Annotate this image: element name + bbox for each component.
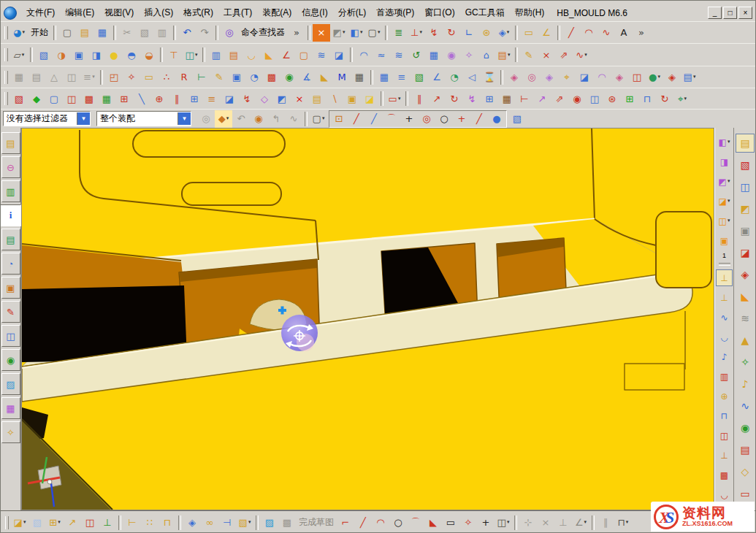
line-width-button[interactable]: ╲ [133, 90, 150, 107]
insert-auxiliary-button[interactable]: ♪ [736, 375, 755, 394]
snap-arc-center-button[interactable]: + [400, 110, 418, 128]
spline-curve-button[interactable]: ∿ [597, 24, 615, 42]
solid-red-cube-button[interactable]: ▧ [10, 90, 28, 107]
point-list-check-button[interactable]: ∴ [158, 69, 175, 86]
extrude-button[interactable]: ▧ [35, 46, 53, 64]
shaded-display-button[interactable]: ◧▾ [348, 24, 365, 42]
runner-path-button[interactable]: ∿ [716, 309, 733, 326]
slider-lifter-button[interactable]: ✧ [736, 353, 755, 372]
bounded-plane-button[interactable]: ▤▾ [495, 46, 513, 64]
studio-surface-button[interactable]: ⌂ [478, 46, 495, 64]
block-button[interactable]: ▣ [70, 46, 88, 64]
explode-assembly-button[interactable]: ◪▾ [11, 514, 28, 532]
deviation-gauge-button[interactable]: ✧ [123, 69, 140, 86]
clock-check-button[interactable]: ◔ [446, 69, 463, 86]
snap-existing-point-button[interactable]: ○ [435, 110, 453, 128]
pen-move-button[interactable]: ⇗ [551, 90, 568, 107]
suppress-component-button[interactable]: ⊓ [159, 514, 176, 532]
move-to-layer-button[interactable]: ◪ [221, 90, 238, 107]
save-file-button[interactable]: ▦ [93, 24, 111, 42]
menu-information[interactable]: 信息(I) [297, 5, 332, 20]
text-lines-button[interactable]: ≡ [393, 69, 411, 86]
styled-sweep-button[interactable]: ▦ [425, 46, 443, 64]
menu-format[interactable]: 格式(R) [178, 5, 218, 20]
stop-at-intersection-button[interactable]: ⊓▾ [614, 514, 632, 532]
face-analysis-button[interactable]: ◈ [505, 69, 523, 86]
assembly-navigator-tab[interactable]: ▤ [1, 132, 20, 154]
point-arrow-button[interactable]: ↗ [533, 90, 551, 107]
reset-orientation-button[interactable]: × [313, 24, 330, 42]
color-pencil-tab[interactable]: ✎ [1, 301, 20, 323]
menu-help[interactable]: 帮助(H) [510, 5, 550, 20]
scale-measure-button[interactable]: ⌖▾ [673, 90, 691, 107]
menu-edit[interactable]: 编辑(E) [60, 5, 99, 20]
move-object-button[interactable]: ▭▾ [386, 90, 403, 107]
scenario-tab[interactable]: ◫ [1, 325, 20, 347]
minimize-button[interactable]: _ [708, 7, 722, 19]
overflow-2-button[interactable]: » [633, 24, 650, 42]
wcs-dynamics-button[interactable]: ⊥▾ [408, 24, 425, 42]
graphics-window[interactable] [21, 128, 714, 510]
center-mark-button[interactable]: ⊕ [150, 90, 168, 107]
trim-body-button[interactable]: ◪ [330, 46, 348, 64]
component-pattern-button[interactable]: ∷ [141, 514, 159, 532]
highlight-lines-button[interactable]: ◈ [611, 69, 628, 86]
marquee-style-button[interactable]: ▢▾ [310, 110, 327, 128]
snap-midpoint-button[interactable]: ╱ [348, 110, 365, 128]
status-lights-button[interactable]: ◉ [280, 69, 298, 86]
gold-corner-button[interactable]: ◪ [361, 90, 378, 107]
add-component-button[interactable]: ⊞▾ [46, 514, 64, 532]
render-style-button[interactable]: ◩▾ [330, 24, 348, 42]
circular-pattern-button[interactable]: ⊛ [603, 90, 621, 107]
initialize-project-button[interactable]: ▤ [736, 134, 755, 153]
pocket-cup-button[interactable]: ◡ [716, 486, 733, 503]
snap-endpoint-button[interactable]: ⊡ [330, 110, 348, 128]
locating-ring-button[interactable]: ⊕ [716, 388, 733, 404]
transform-arrow-button[interactable]: ↗ [428, 90, 446, 107]
menu-file[interactable]: 文件(F) [21, 5, 60, 20]
stripe-analysis-button[interactable]: ◈ [541, 69, 558, 86]
snap-bounded-face-button[interactable]: ● [488, 110, 505, 128]
arrangements-button[interactable]: ▧▾ [236, 514, 253, 532]
materials-m-button[interactable]: M [333, 69, 351, 86]
snap-point-on-surface-button[interactable]: ╱ [470, 110, 488, 128]
sketch-offset-button[interactable]: ◫▾ [495, 514, 512, 532]
menu-view[interactable]: 视图(V) [99, 5, 139, 20]
swept-surface-button[interactable]: ↺ [408, 46, 425, 64]
pocket-tool-button[interactable]: ◧▾ [716, 134, 733, 150]
ejector-pin-button[interactable]: ⊥ [716, 269, 733, 286]
history-tab[interactable]: ▤ [1, 229, 20, 250]
materials-tab[interactable]: ▨ [1, 373, 20, 395]
runner-design-button[interactable]: ▤ [736, 440, 755, 459]
sketch-fillet-button[interactable]: ⌒ [407, 514, 424, 532]
object-colors-button[interactable]: ▦ [98, 90, 115, 107]
sketch-line-button[interactable]: ╱ [354, 514, 372, 532]
wave-link-button[interactable]: ⊢ [123, 514, 141, 532]
layer-settings-button[interactable]: ≡ [203, 90, 221, 107]
tc-position-button[interactable]: ⊢ [516, 90, 533, 107]
mirror-assembly-button[interactable]: ◫ [81, 514, 99, 532]
insert-pair-button[interactable]: ◫ [716, 427, 733, 444]
overflow-1-button[interactable]: » [288, 24, 305, 42]
revolve-button[interactable]: ◑ [53, 46, 70, 64]
sketch-rectangle-button[interactable]: ▭ [442, 514, 459, 532]
restore-button[interactable]: □ [723, 7, 737, 19]
pocket-copy-button[interactable]: ◩▾ [716, 173, 733, 190]
gap-flush-analysis-button[interactable]: ⌖ [558, 69, 576, 86]
move-component-button[interactable]: ↗ [64, 514, 81, 532]
sphere-feature-button[interactable]: ● [105, 46, 123, 64]
shrinkage-button[interactable]: ◫ [736, 177, 755, 196]
new-file-button[interactable]: ▢ [58, 24, 76, 42]
snap-settings-button[interactable]: ◆▾ [215, 110, 232, 128]
text-frame-check-button[interactable]: ▣ [228, 69, 245, 86]
undo-button[interactable]: ↶ [178, 24, 196, 42]
hole-feature-button[interactable]: ⊤ [165, 46, 183, 64]
cavity-layout-button[interactable]: ▣ [736, 221, 755, 240]
boolean-button[interactable]: ◫▾ [183, 46, 200, 64]
assembly-constraints-button[interactable]: ⊥ [99, 514, 116, 532]
section-analysis-button[interactable]: ◈ [663, 69, 681, 86]
toolbar-grip[interactable] [4, 92, 8, 105]
n-sided-surface-button[interactable]: ◉ [443, 46, 460, 64]
parallel-edges-button[interactable]: ∥ [168, 90, 186, 107]
show-hide-button[interactable]: ◫ [63, 90, 80, 107]
